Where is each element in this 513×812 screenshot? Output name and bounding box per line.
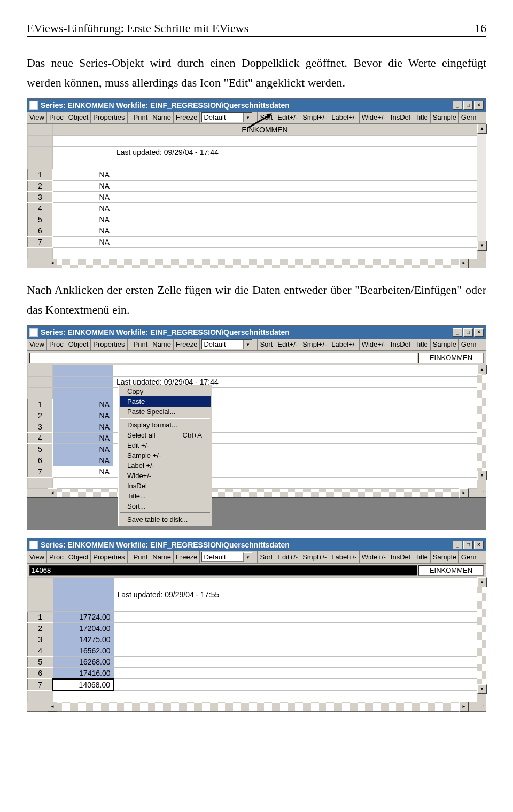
close-button[interactable]: × bbox=[474, 328, 484, 337]
tb-freeze[interactable]: Freeze bbox=[174, 551, 200, 563]
tb-label[interactable]: Label+/- bbox=[329, 551, 359, 563]
vertical-scrollbar[interactable]: ▲ ▼ bbox=[477, 577, 486, 694]
horizontal-scrollbar[interactable]: ◄ ► bbox=[48, 702, 469, 711]
maximize-button[interactable]: □ bbox=[463, 328, 473, 337]
scroll-up-icon[interactable]: ▲ bbox=[477, 365, 487, 374]
menu-paste[interactable]: Paste bbox=[120, 396, 211, 407]
tb-view[interactable]: View bbox=[27, 339, 47, 350]
view-dropdown[interactable]: Default ▼ bbox=[201, 339, 252, 349]
scroll-down-icon[interactable]: ▼ bbox=[477, 241, 487, 251]
close-button[interactable]: × bbox=[474, 541, 484, 549]
vertical-scrollbar[interactable]: ▲ ▼ bbox=[477, 124, 486, 251]
tb-title[interactable]: Title bbox=[413, 112, 431, 123]
edit-input[interactable]: 14068 bbox=[29, 565, 417, 576]
tb-sort[interactable]: Sort bbox=[257, 339, 275, 350]
close-button[interactable]: × bbox=[474, 101, 484, 110]
minimize-button[interactable]: _ bbox=[453, 101, 462, 110]
scroll-down-icon[interactable]: ▼ bbox=[477, 471, 487, 480]
tb-label[interactable]: Label+/- bbox=[329, 112, 359, 123]
tb-view[interactable]: View bbox=[27, 551, 47, 563]
tb-freeze[interactable]: Freeze bbox=[174, 112, 200, 123]
data-grid-3[interactable]: Last updated: 09/29/04 - 17:55 117724.00… bbox=[27, 577, 477, 702]
edit-input[interactable] bbox=[29, 353, 417, 363]
tb-smpl[interactable]: Smpl+/- bbox=[300, 339, 329, 350]
tb-properties[interactable]: Properties bbox=[91, 339, 127, 350]
tb-proc[interactable]: Proc bbox=[47, 112, 66, 123]
resize-grip[interactable]: ⋰ bbox=[477, 259, 486, 268]
tb-properties[interactable]: Properties bbox=[91, 112, 127, 123]
tb-label[interactable]: Label+/- bbox=[329, 339, 359, 350]
menu-sort[interactable]: Sort... bbox=[120, 501, 211, 511]
tb-insdel[interactable]: InsDel bbox=[388, 112, 413, 123]
tb-smpl[interactable]: Smpl+/- bbox=[300, 112, 329, 123]
titlebar[interactable]: Series: EINKOMMEN Workfile: EINF_REGRESS… bbox=[27, 326, 486, 339]
tb-object[interactable]: Object bbox=[66, 339, 91, 350]
tb-insdel[interactable]: InsDel bbox=[388, 551, 413, 563]
tb-name[interactable]: Name bbox=[150, 112, 174, 123]
maximize-button[interactable]: □ bbox=[463, 541, 473, 549]
tb-object[interactable]: Object bbox=[66, 551, 91, 563]
tb-genr[interactable]: Genr bbox=[459, 551, 479, 563]
menu-save-table[interactable]: Save table to disk... bbox=[120, 514, 211, 525]
tb-name[interactable]: Name bbox=[150, 339, 174, 350]
horizontal-scrollbar[interactable]: ◄ ► bbox=[48, 489, 469, 497]
tb-sample[interactable]: Sample bbox=[431, 551, 459, 563]
scroll-left-icon[interactable]: ◄ bbox=[48, 259, 57, 268]
menu-paste-special[interactable]: Paste Special... bbox=[120, 407, 211, 417]
tb-edit[interactable]: Edit+/- bbox=[275, 551, 300, 563]
menu-title[interactable]: Title... bbox=[120, 491, 211, 501]
tb-view[interactable]: View bbox=[27, 112, 47, 123]
tb-insdel[interactable]: InsDel bbox=[388, 339, 413, 350]
tb-smpl[interactable]: Smpl+/- bbox=[300, 551, 329, 563]
tb-wide[interactable]: Wide+/- bbox=[360, 339, 388, 350]
tb-edit[interactable]: Edit+/- bbox=[275, 112, 300, 123]
scroll-up-icon[interactable]: ▲ bbox=[477, 577, 487, 587]
tb-freeze[interactable]: Freeze bbox=[174, 339, 200, 350]
tb-title[interactable]: Title bbox=[413, 551, 431, 563]
titlebar[interactable]: Series: EINKOMMEN Workfile: EINF_REGRESS… bbox=[27, 538, 486, 551]
menu-edit[interactable]: Edit +/- bbox=[120, 440, 211, 450]
tb-title[interactable]: Title bbox=[413, 339, 431, 350]
menu-wide[interactable]: Wide+/- bbox=[120, 471, 211, 481]
menu-insdel[interactable]: InsDel bbox=[120, 481, 211, 491]
tb-wide[interactable]: Wide+/- bbox=[360, 112, 388, 123]
menu-display-format[interactable]: Display format... bbox=[120, 420, 211, 430]
tb-wide[interactable]: Wide+/- bbox=[360, 551, 388, 563]
tb-print[interactable]: Print bbox=[131, 551, 151, 563]
menu-label[interactable]: Label +/- bbox=[120, 460, 211, 471]
scroll-up-icon[interactable]: ▲ bbox=[477, 124, 487, 134]
menu-sample[interactable]: Sample +/- bbox=[120, 450, 211, 460]
tb-name[interactable]: Name bbox=[150, 551, 174, 563]
scroll-right-icon[interactable]: ► bbox=[459, 488, 469, 498]
data-grid-1[interactable]: EINKOMMEN Last updated: 09/29/04 - 17:44… bbox=[27, 124, 477, 259]
view-dropdown[interactable]: Default ▼ bbox=[201, 552, 252, 562]
menu-select-all[interactable]: Select allCtrl+A bbox=[120, 430, 211, 440]
scroll-right-icon[interactable]: ► bbox=[459, 259, 469, 268]
data-grid-2[interactable]: Last updated: 09/29/04 - 17:44 1NA 2NA 3… bbox=[27, 365, 477, 489]
resize-grip[interactable]: ⋰ bbox=[477, 489, 486, 497]
tb-properties[interactable]: Properties bbox=[91, 551, 127, 563]
tb-genr[interactable]: Genr bbox=[459, 112, 479, 123]
tb-print[interactable]: Print bbox=[131, 339, 151, 350]
tb-sort[interactable]: Sort bbox=[257, 551, 275, 563]
menu-copy[interactable]: Copy bbox=[120, 386, 211, 396]
tb-sample[interactable]: Sample bbox=[431, 339, 459, 350]
scroll-right-icon[interactable]: ► bbox=[459, 702, 469, 712]
tb-proc[interactable]: Proc bbox=[47, 551, 66, 563]
resize-grip[interactable]: ⋰ bbox=[477, 702, 486, 711]
maximize-button[interactable]: □ bbox=[463, 101, 473, 110]
tb-edit[interactable]: Edit+/- bbox=[275, 339, 300, 350]
minimize-button[interactable]: _ bbox=[453, 541, 462, 549]
scroll-left-icon[interactable]: ◄ bbox=[48, 488, 57, 498]
view-dropdown[interactable]: Default ▼ bbox=[201, 112, 252, 122]
titlebar[interactable]: Series: EINKOMMEN Workfile: EINF_REGRESS… bbox=[27, 99, 486, 112]
horizontal-scrollbar[interactable]: ◄ ► bbox=[48, 259, 469, 268]
minimize-button[interactable]: _ bbox=[453, 328, 462, 337]
tb-proc[interactable]: Proc bbox=[47, 339, 66, 350]
scroll-down-icon[interactable]: ▼ bbox=[477, 684, 487, 694]
tb-print[interactable]: Print bbox=[131, 112, 151, 123]
scroll-left-icon[interactable]: ◄ bbox=[48, 702, 57, 712]
tb-genr[interactable]: Genr bbox=[459, 339, 479, 350]
tb-sample[interactable]: Sample bbox=[431, 112, 459, 123]
tb-object[interactable]: Object bbox=[66, 112, 91, 123]
